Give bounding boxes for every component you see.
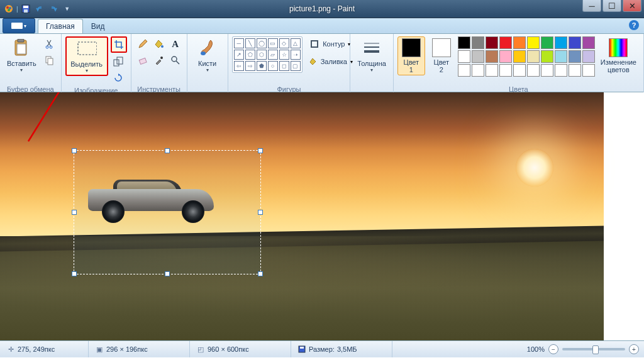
tab-home[interactable]: Главная (38, 19, 83, 33)
zoom-in-button[interactable]: + (629, 344, 639, 354)
file-size-label: Размер: (309, 345, 335, 353)
palette-swatch[interactable] (472, 36, 484, 49)
palette-swatch[interactable] (582, 50, 595, 63)
chevron-down-icon: ▾ (206, 67, 209, 73)
palette-swatch[interactable] (527, 36, 540, 49)
pencil-tool[interactable] (135, 36, 150, 52)
svg-point-17 (161, 45, 164, 48)
palette-swatch[interactable] (486, 36, 498, 49)
svg-rect-13 (48, 58, 53, 65)
palette-swatch[interactable] (541, 36, 553, 49)
zoom-control: 100% − + (527, 344, 639, 354)
status-selection-size: ▣ 296 × 196пкс (89, 341, 190, 357)
select-label: Выделить (70, 60, 103, 68)
file-size-value: 3,5МБ (337, 345, 357, 353)
palette-swatch[interactable] (527, 64, 540, 77)
edit-colors-button[interactable]: Изменение цветов (597, 36, 640, 75)
chevron-down-icon: ▾ (20, 67, 23, 73)
zoom-value: 100% (527, 345, 545, 353)
shape-outline-label: Контур (323, 40, 345, 48)
palette-swatch[interactable] (499, 64, 512, 77)
group-thickness: Толщина ▾ . (350, 34, 394, 94)
shapes-gallery[interactable]: ─╲◯▭◇△ ↗⬠⬡▱☆➝ ⇦⇨⬟○◻▢ (232, 36, 303, 73)
status-cursor-position: ✛ 275, 249пкс (0, 341, 89, 357)
thickness-label: Толщина (357, 60, 386, 67)
redo-icon[interactable] (47, 3, 60, 15)
tab-view[interactable]: Вид (83, 19, 113, 33)
palette-swatch[interactable] (499, 36, 512, 49)
palette-swatch[interactable] (569, 64, 581, 77)
shape-outline-button[interactable]: Контур ▾ (305, 36, 356, 52)
eraser-tool[interactable] (135, 53, 150, 68)
zoom-out-button[interactable]: − (548, 344, 558, 354)
palette-swatch[interactable] (513, 64, 526, 77)
palette-swatch[interactable] (569, 36, 581, 49)
selection-marquee[interactable] (74, 150, 261, 274)
zoom-slider[interactable] (562, 348, 625, 350)
minimize-button[interactable]: ─ (582, 0, 601, 12)
qat-customize-icon[interactable]: ▼ (61, 3, 74, 15)
svg-rect-8 (18, 39, 24, 42)
text-tool[interactable]: A (168, 36, 183, 52)
canvas-area[interactable] (0, 92, 644, 340)
copy-button[interactable] (42, 53, 57, 68)
crop-button[interactable] (111, 36, 127, 53)
file-menu-button[interactable]: ▾ (3, 18, 35, 33)
palette-swatch[interactable] (569, 50, 581, 63)
color2-label: Цвет 2 (434, 58, 450, 73)
color2-swatch (432, 38, 451, 57)
svg-point-20 (172, 57, 177, 62)
brushes-button[interactable]: Кисти ▾ (191, 36, 224, 75)
app-icon (3, 3, 15, 15)
palette-swatch[interactable] (555, 36, 567, 49)
palette-swatch[interactable] (458, 36, 470, 49)
select-button[interactable]: Выделить ▾ (65, 36, 108, 76)
palette-swatch[interactable] (582, 36, 595, 49)
fill-tool[interactable] (152, 36, 167, 52)
zoom-thumb[interactable] (592, 345, 599, 354)
palette-swatch[interactable] (486, 50, 498, 63)
undo-icon[interactable] (33, 3, 46, 15)
color2-button[interactable]: Цвет 2 (428, 36, 455, 75)
thickness-button[interactable]: Толщина ▾ (354, 36, 389, 75)
crosshair-icon: ✛ (6, 345, 15, 354)
palette-swatch[interactable] (472, 50, 484, 63)
svg-rect-14 (78, 42, 97, 55)
color1-button[interactable]: Цвет 1 (397, 36, 425, 75)
shape-fill-button[interactable]: Заливка ▾ (305, 54, 356, 69)
color-palette[interactable] (458, 36, 595, 77)
palette-swatch[interactable] (555, 64, 567, 77)
chevron-down-icon: ▾ (86, 68, 88, 73)
rotate-button[interactable] (111, 70, 126, 85)
svg-rect-5 (23, 6, 28, 8)
palette-swatch[interactable] (541, 64, 553, 77)
cut-button[interactable] (42, 36, 57, 52)
palette-swatch[interactable] (541, 50, 553, 63)
svg-point-19 (160, 57, 163, 59)
magnifier-tool[interactable] (168, 53, 183, 68)
svg-rect-16 (117, 57, 123, 64)
close-button[interactable]: ✕ (623, 0, 641, 12)
palette-swatch[interactable] (513, 50, 526, 63)
maximize-button[interactable]: ☐ (602, 0, 621, 12)
palette-swatch[interactable] (555, 50, 567, 63)
palette-swatch[interactable] (472, 64, 484, 77)
palette-swatch[interactable] (513, 36, 526, 49)
status-bar: ✛ 275, 249пкс ▣ 296 × 196пкс ◰ 960 × 600… (0, 340, 644, 357)
group-colors: Цвет 1 Цвет 2 Изменение цветов Цвета (394, 34, 644, 94)
help-icon[interactable]: ? (629, 20, 639, 30)
palette-swatch[interactable] (582, 64, 595, 77)
color1-swatch (402, 38, 421, 57)
svg-point-21 (201, 52, 206, 55)
palette-swatch[interactable] (458, 50, 470, 63)
palette-swatch[interactable] (486, 64, 498, 77)
group-image: Выделить ▾ Изображение (62, 34, 131, 94)
resize-button[interactable] (111, 54, 126, 69)
color-picker-tool[interactable] (152, 53, 167, 68)
palette-swatch[interactable] (458, 64, 470, 77)
palette-swatch[interactable] (527, 50, 540, 63)
sun-graphic (516, 149, 553, 187)
palette-swatch[interactable] (499, 50, 512, 63)
save-icon[interactable] (19, 3, 32, 15)
paste-button[interactable]: Вставить ▾ (4, 36, 40, 75)
